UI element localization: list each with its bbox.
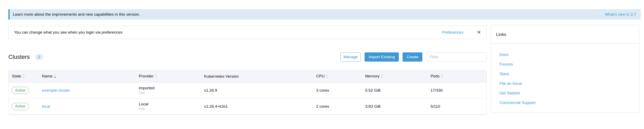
- link-commercial-support[interactable]: Commercial Support: [491, 98, 639, 108]
- links-panel-header: Links: [491, 25, 639, 44]
- clusters-header-row: Clusters 2 Manage Import Existing Create: [8, 52, 487, 62]
- sort-icon: [326, 74, 328, 79]
- memory-cell: 3.83 GiB: [365, 98, 430, 114]
- import-existing-button[interactable]: Import Existing: [364, 52, 399, 62]
- status-badge: Active: [12, 103, 29, 110]
- cpu-cell: 2 cores: [316, 98, 365, 114]
- column-header-pods[interactable]: Pods: [430, 70, 486, 82]
- links-panel-title: Links: [496, 32, 506, 37]
- preferences-banner: You can change what you see when you log…: [8, 26, 487, 39]
- sort-icon-active-desc: [54, 74, 56, 79]
- table-header-row: State Name Provider Kubernetes Version C…: [8, 70, 486, 82]
- provider-name: Imported: [139, 86, 204, 90]
- pods-cell: 17/330: [430, 82, 486, 98]
- column-header-kubernetes-version[interactable]: Kubernetes Version: [204, 70, 316, 82]
- link-file-an-issue[interactable]: File an Issue: [491, 79, 639, 88]
- cluster-name-link[interactable]: example-cluster: [42, 88, 70, 92]
- column-header-name[interactable]: Name: [42, 70, 139, 82]
- cpu-cell: 3 cores: [316, 82, 365, 98]
- column-header-memory[interactable]: Memory: [365, 70, 430, 82]
- kubernetes-version-cell: v1.26.9: [204, 82, 316, 98]
- page-title: Clusters: [8, 54, 30, 60]
- create-button[interactable]: Create: [402, 52, 422, 62]
- sort-icon: [22, 74, 25, 79]
- column-header-state[interactable]: State: [8, 70, 42, 82]
- provider-distro: K3s: [139, 107, 204, 111]
- provider-distro: Lke: [139, 90, 204, 95]
- link-docs[interactable]: Docs: [491, 50, 639, 60]
- links-panel: Links Docs Forums Slack File an Issue Ge…: [491, 25, 639, 113]
- pods-cell: 5/110: [430, 98, 486, 114]
- link-slack[interactable]: Slack: [491, 69, 639, 79]
- sort-icon: [381, 74, 383, 79]
- filter-input[interactable]: [426, 52, 487, 62]
- table-row: Active local Local K3s v1.26.4+k3s1 2 co…: [8, 98, 486, 114]
- sort-icon: [440, 74, 443, 79]
- clusters-table: State Name Provider Kubernetes Version C…: [8, 70, 487, 114]
- preferences-link[interactable]: Preferences: [442, 30, 463, 35]
- link-forums[interactable]: Forums: [491, 60, 639, 69]
- manage-button[interactable]: Manage: [340, 52, 361, 62]
- close-icon[interactable]: ✕: [477, 30, 481, 35]
- link-get-started[interactable]: Get Started: [491, 88, 639, 98]
- sort-icon: [155, 74, 157, 79]
- status-badge: Active: [12, 87, 29, 94]
- column-header-provider[interactable]: Provider: [139, 70, 204, 82]
- version-banner: Learn more about the improvements and ne…: [8, 9, 641, 20]
- memory-cell: 5.52 GiB: [365, 82, 430, 98]
- kubernetes-version-cell: v1.26.4+k3s1: [204, 98, 316, 114]
- cluster-actions: Manage Import Existing Create: [340, 52, 487, 62]
- version-banner-text: Learn more about the improvements and ne…: [13, 12, 140, 17]
- column-header-cpu[interactable]: CPU: [316, 70, 365, 82]
- cluster-count-badge: 2: [35, 54, 43, 60]
- links-panel-body: Docs Forums Slack File an Issue Get Star…: [491, 44, 639, 108]
- preferences-banner-text: You can change what you see when you log…: [14, 30, 122, 35]
- cluster-name-link[interactable]: local: [42, 104, 50, 108]
- whats-new-link[interactable]: What's new in 2.7: [605, 12, 636, 17]
- provider-name: Local: [139, 102, 204, 107]
- table-row: Active example-cluster Imported Lke v1.2…: [8, 82, 486, 98]
